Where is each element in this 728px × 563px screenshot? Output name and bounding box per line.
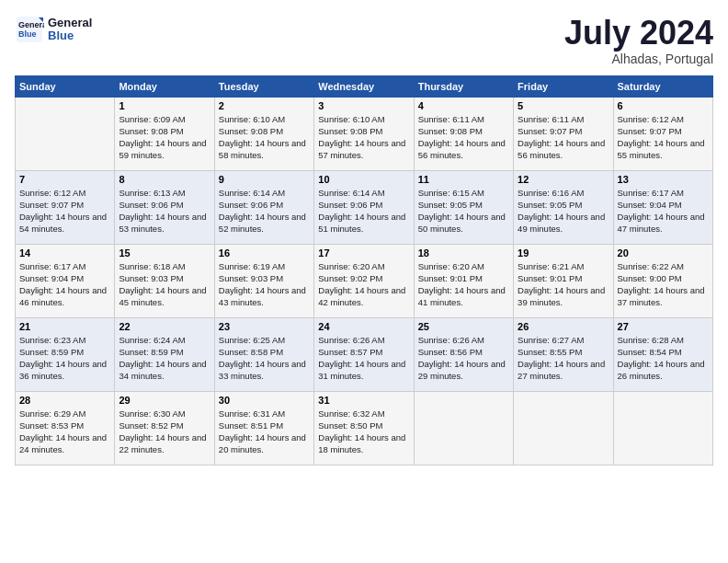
calendar-cell: 15Sunrise: 6:18 AM Sunset: 9:03 PM Dayli… <box>115 244 214 317</box>
calendar-row-5: 28Sunrise: 6:29 AM Sunset: 8:53 PM Dayli… <box>16 391 713 465</box>
day-info: Sunrise: 6:16 AM Sunset: 9:05 PM Dayligh… <box>518 187 609 236</box>
month-title: July 2024 <box>564 15 713 52</box>
day-info: Sunrise: 6:25 AM Sunset: 8:58 PM Dayligh… <box>219 334 310 383</box>
day-number: 1 <box>119 100 210 111</box>
day-info: Sunrise: 6:09 AM Sunset: 9:08 PM Dayligh… <box>119 113 210 162</box>
col-thursday: Thursday <box>414 75 513 97</box>
calendar-cell: 23Sunrise: 6:25 AM Sunset: 8:58 PM Dayli… <box>214 317 313 391</box>
calendar-cell: 11Sunrise: 6:15 AM Sunset: 9:05 PM Dayli… <box>414 170 513 244</box>
day-info: Sunrise: 6:14 AM Sunset: 9:06 PM Dayligh… <box>318 187 409 236</box>
day-number: 12 <box>518 174 609 185</box>
calendar-row-4: 21Sunrise: 6:23 AM Sunset: 8:59 PM Dayli… <box>16 317 713 391</box>
location: Alhadas, Portugal <box>564 52 713 66</box>
calendar-cell <box>414 391 513 465</box>
day-info: Sunrise: 6:24 AM Sunset: 8:59 PM Dayligh… <box>119 334 210 383</box>
calendar-cell: 17Sunrise: 6:20 AM Sunset: 9:02 PM Dayli… <box>314 244 414 317</box>
calendar-cell: 10Sunrise: 6:14 AM Sunset: 9:06 PM Dayli… <box>314 170 414 244</box>
day-number: 3 <box>318 100 409 111</box>
col-saturday: Saturday <box>613 75 712 97</box>
logo-name-line1: General <box>48 17 92 29</box>
day-info: Sunrise: 6:20 AM Sunset: 9:02 PM Dayligh… <box>318 260 409 309</box>
logo-svg: General Blue <box>15 15 44 44</box>
calendar-cell <box>613 391 712 465</box>
calendar-cell: 6Sunrise: 6:12 AM Sunset: 9:07 PM Daylig… <box>613 97 712 170</box>
day-number: 19 <box>518 247 609 259</box>
day-info: Sunrise: 6:11 AM Sunset: 9:08 PM Dayligh… <box>418 113 509 162</box>
day-info: Sunrise: 6:30 AM Sunset: 8:52 PM Dayligh… <box>119 408 210 456</box>
day-info: Sunrise: 6:19 AM Sunset: 9:03 PM Dayligh… <box>219 260 310 309</box>
day-info: Sunrise: 6:26 AM Sunset: 8:57 PM Dayligh… <box>318 334 409 383</box>
calendar-cell: 18Sunrise: 6:20 AM Sunset: 9:01 PM Dayli… <box>414 244 513 317</box>
day-number: 5 <box>518 100 609 111</box>
day-info: Sunrise: 6:12 AM Sunset: 9:07 PM Dayligh… <box>19 187 110 236</box>
calendar-cell: 22Sunrise: 6:24 AM Sunset: 8:59 PM Dayli… <box>115 317 214 391</box>
day-info: Sunrise: 6:17 AM Sunset: 9:04 PM Dayligh… <box>19 260 110 309</box>
day-number: 15 <box>119 247 210 259</box>
day-number: 18 <box>418 247 509 259</box>
day-info: Sunrise: 6:10 AM Sunset: 9:08 PM Dayligh… <box>318 113 409 162</box>
calendar-cell: 13Sunrise: 6:17 AM Sunset: 9:04 PM Dayli… <box>613 170 712 244</box>
day-number: 21 <box>19 321 110 332</box>
day-info: Sunrise: 6:20 AM Sunset: 9:01 PM Dayligh… <box>418 260 509 309</box>
header-row: Sunday Monday Tuesday Wednesday Thursday… <box>16 75 713 97</box>
logo-name-line2: Blue <box>48 29 92 42</box>
calendar-cell: 3Sunrise: 6:10 AM Sunset: 9:08 PM Daylig… <box>314 97 414 170</box>
col-tuesday: Tuesday <box>214 75 313 97</box>
calendar-cell: 2Sunrise: 6:10 AM Sunset: 9:08 PM Daylig… <box>214 97 313 170</box>
day-info: Sunrise: 6:21 AM Sunset: 9:01 PM Dayligh… <box>518 260 609 309</box>
calendar-cell: 25Sunrise: 6:26 AM Sunset: 8:56 PM Dayli… <box>414 317 513 391</box>
calendar-cell: 9Sunrise: 6:14 AM Sunset: 9:06 PM Daylig… <box>214 170 313 244</box>
page: General Blue General Blue July 2024 Alha… <box>0 0 728 473</box>
day-info: Sunrise: 6:31 AM Sunset: 8:51 PM Dayligh… <box>219 408 310 456</box>
day-info: Sunrise: 6:23 AM Sunset: 8:59 PM Dayligh… <box>19 334 110 383</box>
calendar-row-3: 14Sunrise: 6:17 AM Sunset: 9:04 PM Dayli… <box>16 244 713 317</box>
calendar-cell: 20Sunrise: 6:22 AM Sunset: 9:00 PM Dayli… <box>613 244 712 317</box>
logo: General Blue General Blue <box>15 15 92 44</box>
day-number: 27 <box>618 321 709 332</box>
day-info: Sunrise: 6:13 AM Sunset: 9:06 PM Dayligh… <box>119 187 210 236</box>
calendar-cell: 30Sunrise: 6:31 AM Sunset: 8:51 PM Dayli… <box>214 391 313 465</box>
day-info: Sunrise: 6:29 AM Sunset: 8:53 PM Dayligh… <box>19 408 110 456</box>
day-number: 24 <box>318 321 409 332</box>
col-monday: Monday <box>115 75 214 97</box>
day-number: 16 <box>219 247 310 259</box>
calendar-cell: 8Sunrise: 6:13 AM Sunset: 9:06 PM Daylig… <box>115 170 214 244</box>
calendar-cell: 21Sunrise: 6:23 AM Sunset: 8:59 PM Dayli… <box>16 317 115 391</box>
calendar-cell: 4Sunrise: 6:11 AM Sunset: 9:08 PM Daylig… <box>414 97 513 170</box>
day-number: 14 <box>19 247 110 259</box>
calendar-cell: 16Sunrise: 6:19 AM Sunset: 9:03 PM Dayli… <box>214 244 313 317</box>
calendar-cell: 19Sunrise: 6:21 AM Sunset: 9:01 PM Dayli… <box>514 244 613 317</box>
calendar-cell: 7Sunrise: 6:12 AM Sunset: 9:07 PM Daylig… <box>16 170 115 244</box>
day-info: Sunrise: 6:28 AM Sunset: 8:54 PM Dayligh… <box>618 334 709 383</box>
day-info: Sunrise: 6:27 AM Sunset: 8:55 PM Dayligh… <box>518 334 609 383</box>
calendar-cell: 12Sunrise: 6:16 AM Sunset: 9:05 PM Dayli… <box>514 170 613 244</box>
day-number: 28 <box>19 395 110 406</box>
day-info: Sunrise: 6:10 AM Sunset: 9:08 PM Dayligh… <box>219 113 310 162</box>
day-info: Sunrise: 6:12 AM Sunset: 9:07 PM Dayligh… <box>618 113 709 162</box>
title-block: July 2024 Alhadas, Portugal <box>564 15 713 66</box>
col-sunday: Sunday <box>16 75 115 97</box>
svg-text:Blue: Blue <box>18 29 37 39</box>
day-number: 13 <box>618 174 709 185</box>
day-number: 26 <box>518 321 609 332</box>
day-number: 6 <box>618 100 709 111</box>
day-info: Sunrise: 6:26 AM Sunset: 8:56 PM Dayligh… <box>418 334 509 383</box>
svg-text:General: General <box>18 20 44 29</box>
day-number: 29 <box>119 395 210 406</box>
calendar-row-1: 1Sunrise: 6:09 AM Sunset: 9:08 PM Daylig… <box>16 97 713 170</box>
day-info: Sunrise: 6:15 AM Sunset: 9:05 PM Dayligh… <box>418 187 509 236</box>
calendar-row-2: 7Sunrise: 6:12 AM Sunset: 9:07 PM Daylig… <box>16 170 713 244</box>
calendar-cell: 31Sunrise: 6:32 AM Sunset: 8:50 PM Dayli… <box>314 391 414 465</box>
day-number: 17 <box>318 247 409 259</box>
day-number: 20 <box>618 247 709 259</box>
calendar-cell <box>16 97 115 170</box>
day-info: Sunrise: 6:18 AM Sunset: 9:03 PM Dayligh… <box>119 260 210 309</box>
day-info: Sunrise: 6:17 AM Sunset: 9:04 PM Dayligh… <box>618 187 709 236</box>
day-info: Sunrise: 6:32 AM Sunset: 8:50 PM Dayligh… <box>318 408 409 456</box>
day-number: 31 <box>318 395 409 406</box>
day-number: 23 <box>219 321 310 332</box>
calendar-cell: 1Sunrise: 6:09 AM Sunset: 9:08 PM Daylig… <box>115 97 214 170</box>
calendar-cell: 29Sunrise: 6:30 AM Sunset: 8:52 PM Dayli… <box>115 391 214 465</box>
calendar-cell: 28Sunrise: 6:29 AM Sunset: 8:53 PM Dayli… <box>16 391 115 465</box>
day-info: Sunrise: 6:14 AM Sunset: 9:06 PM Dayligh… <box>219 187 310 236</box>
